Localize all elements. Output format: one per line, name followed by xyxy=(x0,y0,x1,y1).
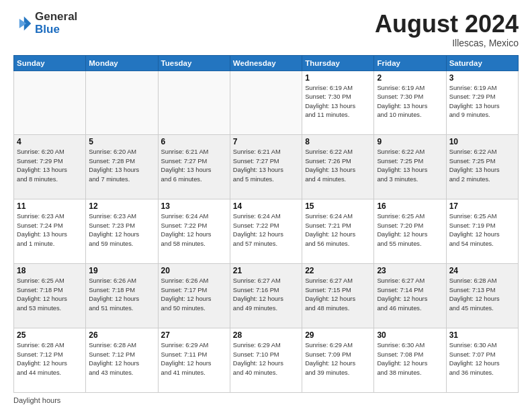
day-number: 3 xyxy=(449,73,515,83)
day-info: Sunrise: 6:21 AMSunset: 7:27 PMDaylight:… xyxy=(161,148,227,184)
day-info: Sunrise: 6:29 AMSunset: 7:09 PMDaylight:… xyxy=(305,341,371,377)
calendar-cell: 20Sunrise: 6:26 AMSunset: 7:17 PMDayligh… xyxy=(158,264,230,328)
day-number: 19 xyxy=(89,266,154,275)
calendar-week-5: 25Sunrise: 6:28 AMSunset: 7:12 PMDayligh… xyxy=(14,328,519,393)
calendar-cell: 7Sunrise: 6:21 AMSunset: 7:27 PMDaylight… xyxy=(230,135,302,199)
day-number: 9 xyxy=(377,137,443,146)
day-number: 25 xyxy=(17,330,83,340)
footer: Daylight hours xyxy=(13,396,519,404)
day-number: 14 xyxy=(233,201,299,211)
day-info: Sunrise: 6:30 AMSunset: 7:08 PMDaylight:… xyxy=(377,341,443,377)
day-number: 6 xyxy=(161,137,227,146)
day-number: 18 xyxy=(17,266,83,275)
day-number: 24 xyxy=(449,266,515,275)
day-number: 8 xyxy=(305,137,371,146)
logo-blue: Blue xyxy=(35,24,77,36)
calendar-cell: 13Sunrise: 6:24 AMSunset: 7:22 PMDayligh… xyxy=(158,199,230,264)
calendar-cell: 31Sunrise: 6:30 AMSunset: 7:07 PMDayligh… xyxy=(446,328,518,393)
day-number: 16 xyxy=(377,201,443,211)
day-header-monday: Monday xyxy=(86,55,158,71)
day-number: 10 xyxy=(449,137,515,146)
logo-text: General Blue xyxy=(35,11,77,36)
calendar-cell: 19Sunrise: 6:26 AMSunset: 7:18 PMDayligh… xyxy=(86,264,158,328)
day-number: 13 xyxy=(161,201,227,211)
calendar-cell: 15Sunrise: 6:24 AMSunset: 7:21 PMDayligh… xyxy=(302,199,374,264)
calendar-cell: 3Sunrise: 6:19 AMSunset: 7:29 PMDaylight… xyxy=(446,71,518,135)
day-header-wednesday: Wednesday xyxy=(230,55,302,71)
day-info: Sunrise: 6:23 AMSunset: 7:24 PMDaylight:… xyxy=(17,212,83,248)
day-number: 21 xyxy=(233,266,299,275)
day-info: Sunrise: 6:25 AMSunset: 7:19 PMDaylight:… xyxy=(449,212,515,248)
calendar-week-3: 11Sunrise: 6:23 AMSunset: 7:24 PMDayligh… xyxy=(14,199,519,264)
calendar-cell: 21Sunrise: 6:27 AMSunset: 7:16 PMDayligh… xyxy=(230,264,302,328)
calendar-cell: 2Sunrise: 6:19 AMSunset: 7:30 PMDaylight… xyxy=(374,71,446,135)
calendar-cell xyxy=(158,71,230,135)
calendar-cell: 14Sunrise: 6:24 AMSunset: 7:22 PMDayligh… xyxy=(230,199,302,264)
day-number: 11 xyxy=(17,201,83,211)
logo-general: General xyxy=(35,11,77,24)
calendar-cell: 12Sunrise: 6:23 AMSunset: 7:23 PMDayligh… xyxy=(86,199,158,264)
day-number: 1 xyxy=(305,73,371,83)
day-info: Sunrise: 6:27 AMSunset: 7:16 PMDaylight:… xyxy=(233,277,299,313)
day-info: Sunrise: 6:28 AMSunset: 7:12 PMDaylight:… xyxy=(17,341,83,377)
day-number: 27 xyxy=(161,330,227,340)
calendar-table: SundayMondayTuesdayWednesdayThursdayFrid… xyxy=(13,55,519,393)
day-header-thursday: Thursday xyxy=(302,55,374,71)
calendar-cell: 11Sunrise: 6:23 AMSunset: 7:24 PMDayligh… xyxy=(14,199,86,264)
calendar-cell: 1Sunrise: 6:19 AMSunset: 7:30 PMDaylight… xyxy=(302,71,374,135)
day-info: Sunrise: 6:19 AMSunset: 7:29 PMDaylight:… xyxy=(449,84,515,120)
day-info: Sunrise: 6:26 AMSunset: 7:18 PMDaylight:… xyxy=(89,277,154,313)
day-info: Sunrise: 6:29 AMSunset: 7:11 PMDaylight:… xyxy=(161,341,227,377)
calendar-cell: 18Sunrise: 6:25 AMSunset: 7:18 PMDayligh… xyxy=(14,264,86,328)
day-number: 4 xyxy=(17,137,83,146)
day-header-sunday: Sunday xyxy=(14,55,86,71)
day-info: Sunrise: 6:19 AMSunset: 7:30 PMDaylight:… xyxy=(305,84,371,120)
calendar-cell: 16Sunrise: 6:25 AMSunset: 7:20 PMDayligh… xyxy=(374,199,446,264)
day-number: 26 xyxy=(89,330,154,340)
day-info: Sunrise: 6:23 AMSunset: 7:23 PMDaylight:… xyxy=(89,212,154,248)
day-info: Sunrise: 6:19 AMSunset: 7:30 PMDaylight:… xyxy=(377,84,443,120)
day-info: Sunrise: 6:29 AMSunset: 7:10 PMDaylight:… xyxy=(233,341,299,377)
day-number: 28 xyxy=(233,330,299,340)
logo-icon xyxy=(13,14,32,33)
day-info: Sunrise: 6:22 AMSunset: 7:26 PMDaylight:… xyxy=(305,148,371,184)
header: General Blue August 2024 Illescas, Mexic… xyxy=(13,11,519,48)
calendar-cell: 6Sunrise: 6:21 AMSunset: 7:27 PMDaylight… xyxy=(158,135,230,199)
calendar-cell: 25Sunrise: 6:28 AMSunset: 7:12 PMDayligh… xyxy=(14,328,86,393)
calendar-cell: 9Sunrise: 6:22 AMSunset: 7:25 PMDaylight… xyxy=(374,135,446,199)
daylight-label: Daylight hours xyxy=(13,396,60,404)
location-title: Illescas, Mexico xyxy=(375,38,519,48)
day-info: Sunrise: 6:20 AMSunset: 7:28 PMDaylight:… xyxy=(89,148,154,184)
calendar-week-2: 4Sunrise: 6:20 AMSunset: 7:29 PMDaylight… xyxy=(14,135,519,199)
day-header-saturday: Saturday xyxy=(446,55,518,71)
day-number: 12 xyxy=(89,201,154,211)
day-info: Sunrise: 6:24 AMSunset: 7:22 PMDaylight:… xyxy=(161,212,227,248)
title-block: August 2024 Illescas, Mexico xyxy=(375,11,519,48)
day-info: Sunrise: 6:25 AMSunset: 7:20 PMDaylight:… xyxy=(377,212,443,248)
calendar-cell: 26Sunrise: 6:28 AMSunset: 7:12 PMDayligh… xyxy=(86,328,158,393)
calendar-week-4: 18Sunrise: 6:25 AMSunset: 7:18 PMDayligh… xyxy=(14,264,519,328)
day-info: Sunrise: 6:25 AMSunset: 7:18 PMDaylight:… xyxy=(17,277,83,313)
calendar-cell: 5Sunrise: 6:20 AMSunset: 7:28 PMDaylight… xyxy=(86,135,158,199)
day-info: Sunrise: 6:27 AMSunset: 7:14 PMDaylight:… xyxy=(377,277,443,313)
day-info: Sunrise: 6:28 AMSunset: 7:12 PMDaylight:… xyxy=(89,341,154,377)
day-number: 30 xyxy=(377,330,443,340)
day-info: Sunrise: 6:20 AMSunset: 7:29 PMDaylight:… xyxy=(17,148,83,184)
day-number: 2 xyxy=(377,73,443,83)
day-number: 31 xyxy=(449,330,515,340)
calendar-cell xyxy=(86,71,158,135)
day-number: 20 xyxy=(161,266,227,275)
day-number: 22 xyxy=(305,266,371,275)
day-info: Sunrise: 6:28 AMSunset: 7:13 PMDaylight:… xyxy=(449,277,515,313)
day-number: 5 xyxy=(89,137,154,146)
day-info: Sunrise: 6:24 AMSunset: 7:21 PMDaylight:… xyxy=(305,212,371,248)
calendar-cell: 22Sunrise: 6:27 AMSunset: 7:15 PMDayligh… xyxy=(302,264,374,328)
day-number: 7 xyxy=(233,137,299,146)
day-number: 15 xyxy=(305,201,371,211)
calendar-cell: 23Sunrise: 6:27 AMSunset: 7:14 PMDayligh… xyxy=(374,264,446,328)
calendar-cell xyxy=(14,71,86,135)
day-info: Sunrise: 6:26 AMSunset: 7:17 PMDaylight:… xyxy=(161,277,227,313)
day-info: Sunrise: 6:22 AMSunset: 7:25 PMDaylight:… xyxy=(377,148,443,184)
day-header-friday: Friday xyxy=(374,55,446,71)
calendar-week-1: 1Sunrise: 6:19 AMSunset: 7:30 PMDaylight… xyxy=(14,71,519,135)
